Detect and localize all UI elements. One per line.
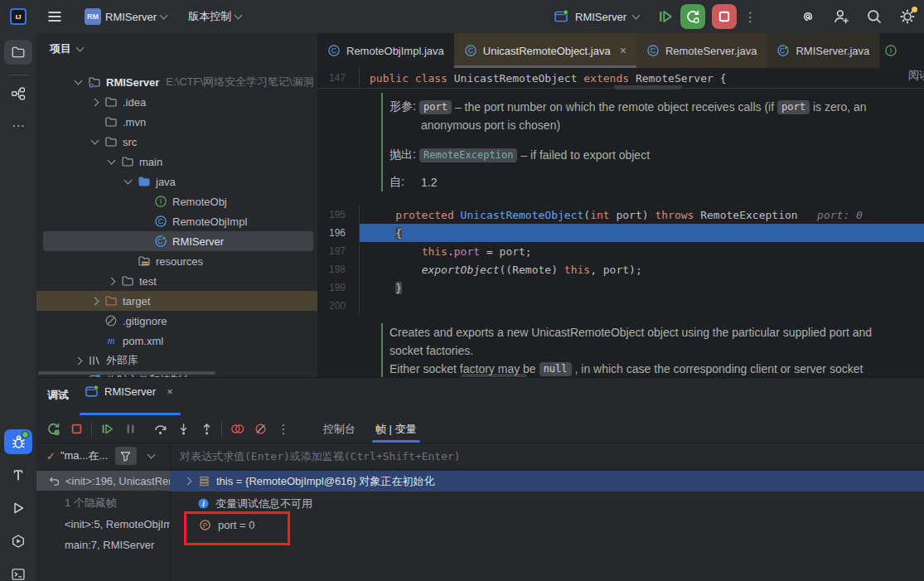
- sidebar-item-structure[interactable]: [4, 81, 32, 106]
- tab-frames-variables[interactable]: 帧 | 变量: [365, 415, 427, 443]
- variable-row-this[interactable]: this = {RemoteObjImpl@616} 对象正在初始化: [170, 471, 924, 491]
- chevron-right-icon[interactable]: [184, 477, 192, 486]
- debug-session-label: RMIServer: [104, 385, 156, 398]
- chevron-down-icon[interactable]: [147, 451, 155, 459]
- code-line-198[interactable]: 198 exportObject((Remote) this, port);: [317, 260, 924, 278]
- sidebar-item-build[interactable]: [4, 462, 32, 487]
- tree-item-project-root[interactable]: RMIServer E:\CTF\网络安全学习笔记\漏洞\Java安全: [43, 72, 313, 92]
- frame-row-hidden[interactable]: 1 个隐藏帧: [36, 493, 170, 513]
- step-over-button[interactable]: [148, 419, 172, 439]
- resume-program-button[interactable]: [95, 419, 119, 439]
- toolbar-separator: [221, 422, 222, 437]
- frame-row-current[interactable]: <init>:196, UnicastRem: [36, 471, 170, 491]
- mute-breakpoints-icon: [254, 422, 268, 436]
- vcs-menu-button[interactable]: 版本控制: [188, 9, 241, 24]
- run-config-name[interactable]: RMIServer: [575, 11, 626, 23]
- tab-unicastremoteobject[interactable]: UnicastRemoteObject.java ×: [454, 33, 636, 68]
- step-out-button[interactable]: [195, 419, 218, 439]
- stop-button[interactable]: [65, 419, 88, 439]
- tab-console[interactable]: 控制台: [313, 415, 365, 443]
- editor-area: RemoteObjImpl.java UnicastRemoteObject.j…: [317, 33, 924, 377]
- chevron-down-icon[interactable]: [632, 12, 641, 20]
- tree-item-remoteobj[interactable]: RemoteObj: [43, 191, 313, 211]
- tree-item-resources[interactable]: resources: [43, 251, 313, 271]
- ai-assistant-icon[interactable]: [800, 8, 816, 25]
- code-line-197[interactable]: 197 this.port = port;: [317, 242, 924, 260]
- sidebar-item-project[interactable]: [4, 40, 32, 65]
- tree-item-remoteobjimpl[interactable]: RemoteObjImpl: [43, 211, 313, 231]
- frame-label: <init>:196, UnicastRem: [65, 475, 170, 487]
- more-tool-windows-button[interactable]: ⋯: [4, 113, 32, 138]
- tree-item-external-libraries[interactable]: 外部库: [43, 351, 313, 370]
- pause-program-button[interactable]: [119, 419, 142, 439]
- stop-button[interactable]: [712, 4, 737, 29]
- tab-remoteserver[interactable]: RemoteServer.java: [636, 33, 767, 68]
- tree-item-mvn[interactable]: .mvn: [43, 112, 313, 132]
- project-panel-header[interactable]: 项目: [50, 41, 83, 56]
- tree-item-idea[interactable]: .idea: [43, 92, 313, 112]
- code-line-195[interactable]: 195 protected UnicastRemoteObject(int po…: [317, 206, 924, 224]
- folder-icon: [104, 115, 118, 128]
- reader-mode-toggle[interactable]: 阅读模式: [908, 68, 924, 83]
- more-actions-button[interactable]: ⋮: [743, 9, 757, 25]
- tab-partial[interactable]: [879, 33, 891, 68]
- step-out-icon: [200, 422, 214, 436]
- doc-line: Creates and exports a new UnicastRemoteO…: [389, 323, 919, 341]
- debug-active-dot: [22, 431, 29, 438]
- step-into-button[interactable]: [172, 419, 195, 439]
- tree-item-pomxml[interactable]: pom.xml: [43, 331, 313, 351]
- filter-frames-button[interactable]: [115, 447, 137, 465]
- thread-selector[interactable]: "ma...在...: [60, 448, 109, 463]
- main-menu-button[interactable]: [46, 8, 63, 25]
- tab-remoteobjimpl[interactable]: RemoteObjImpl.java: [317, 33, 454, 68]
- view-breakpoints-button[interactable]: [225, 419, 249, 439]
- more-actions-button[interactable]: ⋮: [272, 419, 295, 439]
- rerun-debug-button[interactable]: [680, 4, 705, 29]
- tab-rmiserver[interactable]: RMIServer.java: [767, 33, 879, 68]
- code-with-me-icon[interactable]: [833, 8, 849, 25]
- tree-item-label: target: [123, 295, 150, 307]
- project-menu-button[interactable]: RM RMIServer: [85, 8, 167, 25]
- close-icon[interactable]: ×: [620, 44, 626, 57]
- mute-breakpoints-button[interactable]: [249, 419, 272, 439]
- code-line-199[interactable]: 199 }: [317, 278, 924, 297]
- line-number: 147: [317, 72, 359, 84]
- stop-icon: [717, 9, 732, 24]
- class-icon: [154, 215, 167, 228]
- frame-row-main[interactable]: main:7, RMIServer: [36, 535, 170, 554]
- frame-label: 1 个隐藏帧: [65, 496, 117, 511]
- maven-icon: [104, 334, 118, 347]
- run-widget: RMIServer ⋮: [554, 0, 757, 33]
- frame-row-remoteobjimpl[interactable]: <init>:5, RemoteObjIm: [36, 514, 170, 534]
- evaluate-expression-input[interactable]: [178, 449, 712, 463]
- tree-item-java[interactable]: java: [43, 172, 313, 191]
- tree-item-gitignore[interactable]: .gitignore: [43, 311, 313, 331]
- doc-code-chip: port: [419, 100, 452, 114]
- rerun-button[interactable]: [41, 419, 65, 439]
- folder-icon: [11, 45, 26, 60]
- doc-line: socket factories.: [389, 341, 919, 360]
- doc-since-line: 自: 1.2: [389, 173, 919, 191]
- code-line-200[interactable]: 200: [317, 297, 924, 315]
- resume-program-icon[interactable]: [657, 8, 674, 25]
- doc-text: , in which case the corresponding client…: [575, 362, 864, 375]
- code-line-196-execution-point[interactable]: 196 {: [317, 224, 924, 242]
- tree-item-test[interactable]: test: [43, 271, 313, 291]
- settings-button[interactable]: [899, 8, 916, 25]
- tree-item-main[interactable]: main: [43, 152, 313, 172]
- sidebar-item-run[interactable]: [4, 496, 32, 520]
- sidebar-item-services[interactable]: [4, 529, 32, 554]
- tree-item-src[interactable]: src: [43, 132, 313, 152]
- sidebar-item-debug[interactable]: [4, 429, 32, 454]
- tree-item-label: src: [123, 136, 137, 148]
- debug-panel-title: 调试: [47, 388, 69, 403]
- tree-item-label: RemoteObjImpl: [172, 215, 247, 228]
- close-icon[interactable]: ×: [167, 385, 173, 398]
- search-everywhere-icon[interactable]: [866, 8, 883, 25]
- sidebar-item-terminal[interactable]: [4, 562, 32, 581]
- tree-item-target[interactable]: target: [36, 291, 317, 311]
- tree-item-rmiserver-class[interactable]: RMIServer: [43, 231, 313, 251]
- debug-session-tab[interactable]: RMIServer ×: [85, 385, 173, 399]
- project-horizontal-scrollbar[interactable]: [38, 371, 215, 375]
- excluded-folder-icon: [104, 294, 118, 307]
